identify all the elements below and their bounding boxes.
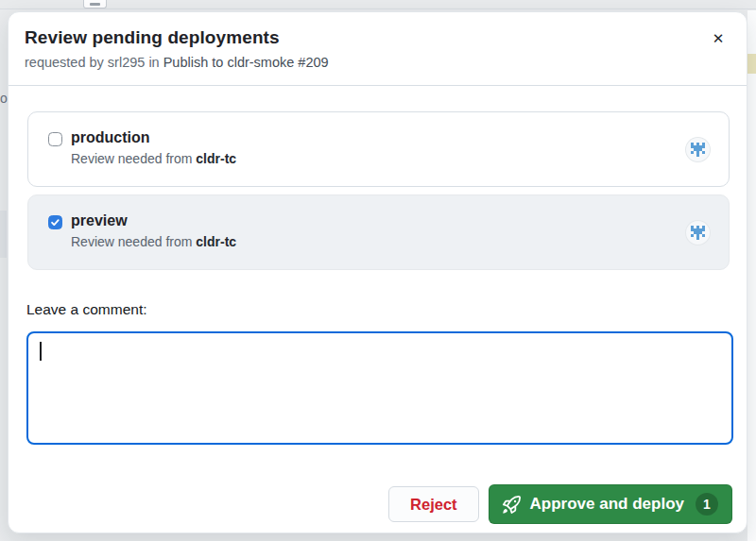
close-button[interactable]: ✕ xyxy=(707,27,730,50)
reject-button[interactable]: Reject xyxy=(388,486,479,522)
review-team: cldr-tc xyxy=(196,234,236,249)
approve-count-badge: 1 xyxy=(696,493,718,516)
review-team: cldr-tc xyxy=(196,151,236,166)
identicon-icon xyxy=(686,138,710,161)
background-text-fragment: ol xyxy=(0,91,8,106)
background-banner-fragment xyxy=(747,54,756,74)
close-icon: ✕ xyxy=(713,30,725,47)
dialog-subtitle: requested by srl295 in Publish to cldr-s… xyxy=(25,55,730,70)
comment-label: Leave a comment: xyxy=(26,301,147,318)
environment-review-status: Review needed from cldr-tc xyxy=(71,234,236,249)
environment-name: production xyxy=(71,129,236,146)
environment-name: preview xyxy=(71,212,236,229)
environment-review-status: Review needed from cldr-tc xyxy=(71,151,236,166)
environment-card-production[interactable]: production Review needed from cldr-tc xyxy=(27,111,730,187)
environment-card-preview[interactable]: preview Review needed from cldr-tc xyxy=(27,194,730,270)
review-prefix: Review needed from xyxy=(71,234,196,249)
background-left-band xyxy=(0,211,7,258)
approve-button-label: Approve and deploy xyxy=(530,495,684,514)
background-right-strip xyxy=(747,10,756,541)
dialog-footer: Reject Approve and deploy 1 xyxy=(388,484,732,524)
subtitle-prefix: requested by srl295 in xyxy=(25,55,163,70)
dialog-title: Review pending deployments xyxy=(25,27,730,48)
workflow-run-name[interactable]: Publish to cldr-smoke #209 xyxy=(163,55,329,70)
dialog-header: Review pending deployments requested by … xyxy=(9,12,747,86)
approve-and-deploy-button[interactable]: Approve and deploy 1 xyxy=(489,484,732,524)
rocket-icon xyxy=(503,496,521,514)
comment-textarea[interactable] xyxy=(26,331,733,445)
text-cursor xyxy=(40,342,42,361)
background-toolbar-fragment xyxy=(83,0,107,8)
toolbar-bar-icon xyxy=(90,3,100,6)
review-deployments-dialog: Review pending deployments requested by … xyxy=(8,11,747,533)
environment-info: preview Review needed from cldr-tc xyxy=(71,212,236,249)
identicon-icon xyxy=(686,221,710,245)
environment-info: production Review needed from cldr-tc xyxy=(71,129,236,166)
background-page-strip xyxy=(0,0,756,9)
checkmark-icon xyxy=(50,217,60,228)
team-avatar xyxy=(686,221,710,245)
review-prefix: Review needed from xyxy=(71,151,196,166)
team-avatar xyxy=(686,138,710,161)
production-checkbox[interactable] xyxy=(48,132,62,146)
preview-checkbox[interactable] xyxy=(48,215,62,229)
